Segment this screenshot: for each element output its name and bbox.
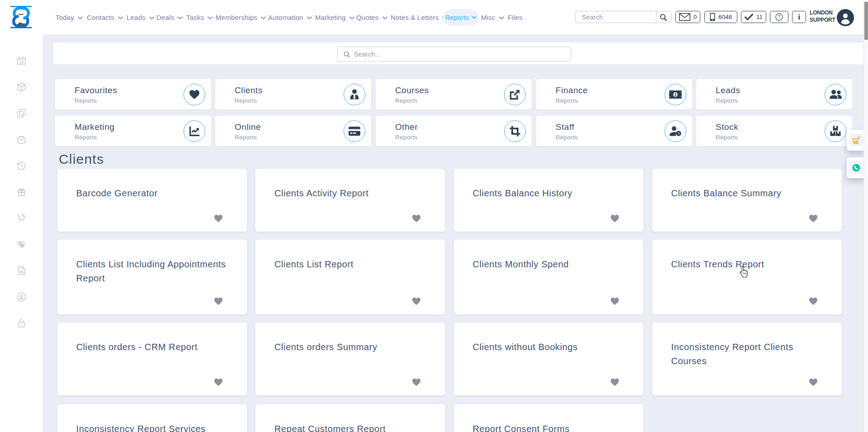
svg-text:1: 1 [674,92,677,97]
svg-text:?: ? [778,14,781,19]
svg-text:12: 12 [19,60,23,64]
